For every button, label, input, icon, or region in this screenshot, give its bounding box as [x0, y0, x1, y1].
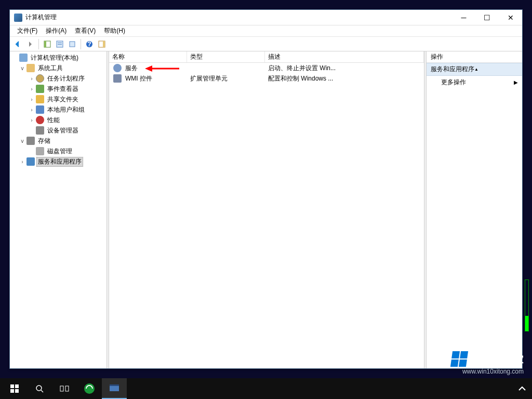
svg-rect-4: [58, 44, 62, 45]
tree-services-apps[interactable]: › 服务和应用程序: [10, 156, 107, 167]
menu-file[interactable]: 文件(F): [13, 25, 42, 36]
users-icon: [36, 105, 44, 114]
show-hide-tree-button[interactable]: [42, 38, 53, 50]
performance-icon: [36, 116, 44, 124]
taskbar-app-mmc[interactable]: [102, 378, 127, 399]
taskbar[interactable]: [0, 378, 532, 399]
computer-icon: [19, 54, 28, 62]
forward-button[interactable]: [24, 38, 36, 50]
svg-rect-19: [65, 386, 69, 391]
tools-icon: [26, 64, 35, 72]
chevron-down-icon[interactable]: v: [19, 138, 25, 144]
menu-action[interactable]: 操作(A): [42, 25, 71, 36]
svg-rect-22: [110, 384, 119, 386]
start-button[interactable]: [2, 378, 27, 399]
tree-system-tools[interactable]: v 系统工具: [10, 63, 107, 73]
cell-desc: 配置和控制 Windows ...: [265, 74, 424, 83]
menu-help[interactable]: 帮助(H): [100, 25, 129, 36]
watermark-url: www.win10xitong.com: [451, 368, 524, 375]
svg-rect-13: [15, 384, 19, 388]
svg-rect-1: [44, 41, 46, 47]
computer-management-window: 计算机管理 ─ ☐ ✕ 文件(F) 操作(A) 查看(V) 帮助(H): [9, 9, 523, 369]
list-row-wmi[interactable]: WMI 控件 扩展管理单元 配置和控制 Windows ...: [109, 73, 424, 84]
svg-rect-3: [58, 43, 62, 43]
chevron-right-icon[interactable]: ›: [29, 107, 35, 113]
storage-icon: [26, 137, 35, 145]
column-desc[interactable]: 描述: [265, 51, 424, 62]
chevron-right-icon[interactable]: ›: [29, 97, 35, 102]
actions-group-header[interactable]: 服务和应用程序 ▲: [427, 63, 522, 76]
export-button[interactable]: [66, 38, 78, 50]
tree-root[interactable]: 计算机管理(本地): [10, 52, 107, 63]
list-row-services[interactable]: 服务 启动、终止并设置 Win...: [109, 63, 424, 73]
svg-line-17: [41, 390, 43, 392]
svg-rect-12: [10, 384, 14, 388]
window-controls: ─ ☐ ✕: [452, 10, 522, 25]
windows-logo-icon: [450, 351, 468, 367]
close-button[interactable]: ✕: [499, 10, 522, 25]
tree-event-viewer[interactable]: › 事件查看器: [10, 84, 107, 94]
tree-shared-folders[interactable]: › 共享文件夹: [10, 94, 107, 104]
taskbar-app-edge[interactable]: [77, 378, 102, 399]
actions-more[interactable]: 更多操作 ▶: [427, 76, 522, 89]
chevron-right-icon[interactable]: ›: [29, 76, 35, 82]
cell-type: 扩展管理单元: [187, 74, 265, 83]
chevron-right-icon[interactable]: ›: [19, 159, 25, 165]
folder-share-icon: [36, 95, 44, 103]
titlebar[interactable]: 计算机管理 ─ ☐ ✕: [10, 10, 522, 25]
chevron-right-icon[interactable]: ›: [29, 86, 35, 92]
services-icon: [26, 157, 35, 166]
svg-rect-18: [60, 386, 63, 391]
show-actions-button[interactable]: [96, 38, 108, 50]
gear-icon: [113, 64, 122, 72]
list-body[interactable]: 服务 启动、终止并设置 Win... WMI 控件 扩展管理单元 配置和控制 W…: [109, 63, 424, 368]
watermark-brand-zh: 之家: [505, 354, 524, 365]
svg-point-16: [36, 385, 42, 391]
actions-group-label: 服务和应用程序: [431, 65, 474, 74]
minimize-button[interactable]: ─: [452, 10, 475, 25]
chevron-right-icon: ▶: [514, 79, 518, 85]
wmi-icon: [113, 74, 122, 83]
window-title: 计算机管理: [25, 13, 452, 22]
event-icon: [36, 85, 44, 93]
chevron-up-icon[interactable]: ▲: [474, 67, 518, 72]
actions-pane: 操作 服务和应用程序 ▲ 更多操作 ▶: [427, 51, 522, 368]
chevron-right-icon[interactable]: ›: [29, 117, 35, 123]
tree-local-users[interactable]: › 本地用户和组: [10, 104, 107, 115]
chevron-down-icon[interactable]: v: [19, 65, 25, 71]
properties-button[interactable]: [54, 38, 65, 50]
disk-icon: [36, 147, 44, 155]
back-button[interactable]: [12, 38, 23, 50]
device-icon: [36, 126, 44, 135]
svg-rect-9: [103, 41, 105, 47]
column-name[interactable]: 名称: [109, 51, 187, 62]
tree-performance[interactable]: › 性能: [10, 115, 107, 125]
search-button[interactable]: [27, 378, 52, 399]
tray: [514, 378, 530, 399]
app-icon: [14, 14, 22, 22]
column-type[interactable]: 类型: [187, 51, 265, 62]
tree-storage[interactable]: v 存储: [10, 136, 107, 146]
menu-view[interactable]: 查看(V): [71, 25, 100, 36]
watermark-brand-en: Win10: [471, 352, 505, 365]
watermark: Win10之家 www.win10xitong.com: [451, 351, 524, 375]
svg-rect-15: [15, 389, 19, 393]
list-header: 名称 类型 描述: [109, 51, 424, 63]
svg-text:?: ?: [87, 41, 91, 48]
tree-task-scheduler[interactable]: › 任务计划程序: [10, 73, 107, 84]
tray-up-button[interactable]: [514, 378, 530, 399]
main-content: 计算机管理(本地) v 系统工具 › 任务计划程序 › 事件查看器 › 共享文件…: [10, 51, 522, 368]
svg-rect-5: [70, 42, 75, 47]
tree-device-manager[interactable]: 设备管理器: [10, 125, 107, 136]
cell-name: WMI 控件: [125, 74, 152, 83]
actions-title: 操作: [427, 51, 522, 63]
svg-rect-14: [10, 389, 14, 393]
tree-disk-management[interactable]: 磁盘管理: [10, 146, 107, 156]
task-view-button[interactable]: [52, 378, 77, 399]
maximize-button[interactable]: ☐: [475, 10, 499, 25]
help-button[interactable]: ?: [84, 38, 95, 50]
toolbar: ?: [10, 37, 522, 51]
cell-desc: 启动、终止并设置 Win...: [265, 64, 424, 73]
list-pane: 名称 类型 描述 服务 启动、终止并设置 Win... WMI 控件: [109, 51, 424, 368]
tree-pane[interactable]: 计算机管理(本地) v 系统工具 › 任务计划程序 › 事件查看器 › 共享文件…: [10, 51, 107, 368]
